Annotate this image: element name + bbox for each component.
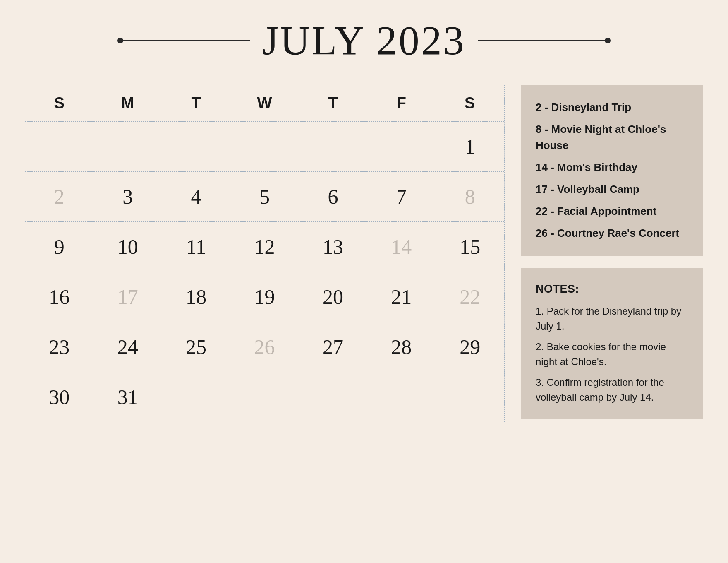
- calendar-row: 16171819202122: [25, 272, 504, 322]
- sidebar: 2 - Disneyland Trip8 - Movie Night at Ch…: [521, 85, 703, 419]
- note-item: 3. Confirm registration for the volleyba…: [536, 375, 689, 405]
- calendar-cell: 18: [162, 272, 230, 322]
- event-item: 8 - Movie Night at Chloe's House: [536, 121, 689, 154]
- calendar-cell: 21: [367, 272, 436, 322]
- day-number: 23: [49, 335, 69, 359]
- right-dot: [605, 38, 611, 43]
- calendar-cell: 16: [25, 272, 93, 322]
- calendar-row: 3031: [25, 372, 504, 422]
- events-box: 2 - Disneyland Trip8 - Movie Night at Ch…: [521, 85, 703, 256]
- calendar-row: 23242526272829: [25, 322, 504, 372]
- calendar-body: 1234567891011121314151617181920212223242…: [25, 122, 504, 422]
- day-number: 18: [186, 285, 206, 309]
- calendar-cell: 14: [367, 222, 436, 272]
- day-number: 16: [49, 285, 69, 309]
- day-number: 8: [465, 185, 475, 209]
- left-line: [123, 40, 250, 41]
- day-number: 27: [323, 335, 343, 359]
- day-number: 31: [117, 385, 138, 409]
- calendar-cell: 9: [25, 222, 93, 272]
- calendar-cell: 20: [299, 272, 367, 322]
- calendar-cell: 24: [93, 322, 162, 372]
- page-header: JULY 2023: [25, 17, 703, 64]
- calendar-cell: [162, 122, 230, 171]
- calendar-cell: [25, 122, 93, 171]
- calendar-cell: 5: [230, 172, 299, 221]
- day-number: 28: [391, 335, 412, 359]
- day-number: 17: [117, 285, 138, 309]
- main-content: SMTWTFS 12345678910111213141516171819202…: [25, 85, 703, 422]
- day-number: 13: [323, 235, 343, 259]
- day-number: 30: [49, 385, 69, 409]
- left-decorator: [117, 38, 250, 43]
- day-number: 3: [122, 185, 133, 209]
- calendar-cell: 6: [299, 172, 367, 221]
- day-number: 15: [460, 235, 480, 259]
- calendar-cell: [367, 122, 436, 171]
- day-number: 19: [254, 285, 275, 309]
- calendar-row: 1: [25, 122, 504, 172]
- day-number: 10: [117, 235, 138, 259]
- calendar-cell: 19: [230, 272, 299, 322]
- day-number: 5: [259, 185, 270, 209]
- calendar-cell: 25: [162, 322, 230, 372]
- calendar-cell: 31: [93, 372, 162, 422]
- day-number: 25: [186, 335, 206, 359]
- calendar-cell: [299, 372, 367, 422]
- calendar-cell: [230, 122, 299, 171]
- calendar-row: 9101112131415: [25, 222, 504, 272]
- event-item: 2 - Disneyland Trip: [536, 99, 689, 115]
- calendar-cell: 27: [299, 322, 367, 372]
- notes-title: NOTES:: [536, 283, 689, 296]
- calendar-day-name: W: [230, 85, 299, 121]
- calendar-cell: 2: [25, 172, 93, 221]
- left-dot: [117, 38, 123, 43]
- calendar-cell: 26: [230, 322, 299, 372]
- day-number: 11: [186, 235, 206, 259]
- calendar: SMTWTFS 12345678910111213141516171819202…: [25, 85, 505, 422]
- calendar-cell: 3: [93, 172, 162, 221]
- day-number: 1: [465, 135, 475, 159]
- calendar-cell: 22: [436, 272, 504, 322]
- day-number: 24: [117, 335, 138, 359]
- day-number: 22: [460, 285, 480, 309]
- event-item: 17 - Volleyball Camp: [536, 181, 689, 197]
- day-number: 6: [328, 185, 338, 209]
- calendar-cell: 28: [367, 322, 436, 372]
- calendar-cell: 15: [436, 222, 504, 272]
- calendar-cell: [299, 122, 367, 171]
- day-number: 7: [396, 185, 407, 209]
- calendar-cell: 29: [436, 322, 504, 372]
- calendar-day-name: T: [162, 85, 230, 121]
- event-item: 22 - Facial Appointment: [536, 203, 689, 219]
- day-number: 21: [391, 285, 412, 309]
- calendar-cell: 8: [436, 172, 504, 221]
- calendar-cell: [93, 122, 162, 171]
- note-item: 1. Pack for the Disneyland trip by July …: [536, 304, 689, 334]
- calendar-cell: 30: [25, 372, 93, 422]
- calendar-cell: 7: [367, 172, 436, 221]
- calendar-cell: 13: [299, 222, 367, 272]
- calendar-day-name: F: [367, 85, 436, 121]
- calendar-cell: [436, 372, 504, 422]
- calendar-cell: [230, 372, 299, 422]
- calendar-row: 2345678: [25, 172, 504, 222]
- calendar-cell: 10: [93, 222, 162, 272]
- calendar-day-name: S: [436, 85, 504, 121]
- event-item: 26 - Courtney Rae's Concert: [536, 225, 689, 241]
- day-number: 26: [254, 335, 275, 359]
- day-number: 29: [460, 335, 480, 359]
- calendar-day-name: T: [299, 85, 367, 121]
- page-title: JULY 2023: [262, 17, 466, 64]
- calendar-cell: 17: [93, 272, 162, 322]
- day-number: 14: [391, 235, 412, 259]
- calendar-day-name: M: [93, 85, 162, 121]
- calendar-cell: [367, 372, 436, 422]
- calendar-cell: 12: [230, 222, 299, 272]
- day-number: 2: [54, 185, 65, 209]
- event-item: 14 - Mom's Birthday: [536, 159, 689, 176]
- calendar-day-name: S: [25, 85, 93, 121]
- day-number: 20: [323, 285, 343, 309]
- calendar-cell: [162, 372, 230, 422]
- header-line-left: [25, 38, 262, 43]
